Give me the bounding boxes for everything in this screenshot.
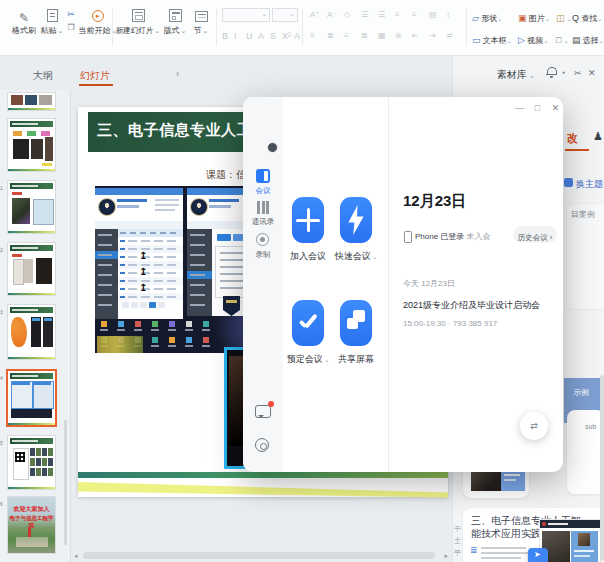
today-label: 今天 12月23日	[403, 278, 455, 289]
new-slide-button[interactable]: 新建幻灯片	[114, 6, 162, 36]
case-card[interactable]: 目案例	[566, 203, 604, 310]
format-painter-button[interactable]: ✎ 格式刷	[8, 6, 40, 36]
toolbar-glyph[interactable]: ▤	[429, 10, 437, 19]
toolbar-glyph[interactable]: ≓	[446, 31, 453, 40]
quick-meeting-button[interactable]	[340, 197, 372, 243]
toolbar-glyph[interactable]: ≣	[327, 31, 334, 40]
meeting-title[interactable]: 2021级专业介绍及毕业设计启动会	[403, 299, 540, 312]
slide-thumbnail[interactable]	[8, 119, 55, 171]
insert-选择-button[interactable]: ▤ 选择⌄	[572, 29, 604, 43]
thumbnail-scrollbar[interactable]	[64, 420, 67, 545]
pane-tab-fragment[interactable]: 改	[567, 131, 578, 146]
minimize-button[interactable]: —	[513, 102, 526, 115]
toolbar-glyph[interactable]: A⁻	[327, 10, 337, 19]
toolbar-glyph[interactable]: ☰	[378, 10, 385, 19]
slide-thumbnail[interactable]	[8, 305, 55, 359]
share-screen-button[interactable]	[340, 300, 372, 346]
library-dropdown[interactable]: 素材库 ⌄	[497, 68, 535, 82]
assistant-icon[interactable]: ♟	[593, 130, 603, 143]
help-icon[interactable]: ◔	[560, 68, 565, 78]
font-family-select[interactable]: ⌄	[222, 8, 270, 22]
toolbar-glyph[interactable]: ≡	[344, 31, 349, 40]
insert-视频-button[interactable]: ▷ 视频⌄	[518, 29, 548, 43]
toolbar-glyph[interactable]: ▦	[378, 31, 386, 40]
collapse-panel-button[interactable]: ‹	[176, 68, 179, 79]
section-button[interactable]: 节	[190, 6, 212, 36]
insert-more-button[interactable]: ◫ ⌄	[556, 7, 572, 21]
insert-查找-button[interactable]: Q 查找⌄	[572, 7, 602, 21]
paragraph-buttons-row2[interactable]: ≡≣≡≣▦≋⇤⇥≓	[310, 31, 466, 44]
meetings-nav-icon[interactable]	[256, 169, 270, 183]
toolbar-glyph[interactable]: ⇤	[412, 31, 419, 40]
toolbar-glyph[interactable]: X²	[282, 31, 291, 41]
nav-label-contacts[interactable]: 通讯录	[243, 217, 283, 227]
paragraph-buttons-row1[interactable]: A⁺A⁻◇☰☰≡≡▤↕	[310, 10, 466, 23]
settings-gear-icon[interactable]	[255, 438, 269, 452]
schedule-meeting-button[interactable]	[292, 300, 324, 346]
decor	[128, 288, 137, 290]
toolbar-glyph[interactable]: ≣	[361, 31, 368, 40]
toolbar-glyph[interactable]: ≋	[395, 31, 402, 40]
slide-bottom-bar	[78, 472, 448, 478]
slide-thumbnail-panel[interactable]: 123456欢迎大家加入电子与信息工程学院	[0, 90, 71, 562]
toolbar-glyph[interactable]: ≡	[395, 10, 400, 19]
join-meeting-button[interactable]	[292, 197, 324, 243]
tab-outline[interactable]: 大纲	[33, 69, 53, 83]
slide-thumbnail[interactable]	[8, 181, 55, 233]
insert-形状-button[interactable]: ▱ 形状⌄	[472, 7, 502, 21]
paste-button[interactable]: 粘贴	[40, 6, 64, 36]
horizontal-scrollbar[interactable]: ◂ ▸	[70, 550, 452, 562]
suggestion-card[interactable]: sub	[567, 410, 604, 494]
slide-thumbnail[interactable]	[8, 436, 55, 489]
nav-label-meetings[interactable]: 会议	[243, 186, 283, 196]
messages-icon[interactable]	[255, 405, 271, 418]
toolbar-glyph[interactable]: ≡	[412, 10, 417, 19]
toolbar-glyph[interactable]: U	[246, 31, 253, 41]
font-size-select[interactable]: ⌄	[272, 8, 298, 22]
insert-buttons-row2[interactable]: ▭ 文本框⌄▷ 视频⌄□ ⌄▤ 选择⌄	[472, 29, 602, 43]
slide-thumbnail[interactable]	[8, 243, 55, 295]
insert-buttons-row1[interactable]: ▱ 形状⌄▣ 图片⌄◫ ⌄Q 查找⌄	[472, 7, 602, 21]
toolbar-glyph[interactable]: ↕	[446, 10, 450, 19]
toolbar-glyph[interactable]: S	[270, 31, 276, 41]
pane-scrollbar[interactable]	[600, 375, 604, 561]
template-preview-image	[539, 519, 601, 562]
insert-图片-button[interactable]: ▣ 图片⌄	[518, 7, 550, 21]
toolbar-glyph[interactable]: A	[258, 31, 264, 41]
contacts-nav-icon[interactable]	[257, 201, 269, 214]
close-button[interactable]: ✕	[549, 102, 562, 115]
maximize-button[interactable]: □	[531, 102, 544, 115]
toolbar-glyph[interactable]: ⇥	[429, 31, 436, 40]
slide-thumbnail[interactable]	[8, 93, 55, 110]
cut-copy-buttons[interactable]: ✂ ❐	[64, 6, 78, 34]
apply-template-button[interactable]: ➤	[528, 548, 548, 562]
toolbar-glyph[interactable]: ≡	[310, 31, 315, 40]
font-style-buttons[interactable]: BIUASX²A	[222, 31, 306, 45]
decor	[187, 231, 212, 239]
history-meetings-button[interactable]: 历史会议 ›	[513, 226, 557, 243]
decor	[95, 301, 118, 309]
toolbar-glyph[interactable]: I	[234, 31, 237, 41]
copy-icon[interactable]: ❐	[64, 22, 78, 34]
insert-文本框-button[interactable]: ▭ 文本框⌄	[472, 29, 512, 43]
toolbar-glyph[interactable]: ◇	[344, 10, 350, 19]
meeting-float-button[interactable]: ⇄	[520, 412, 548, 440]
toolbar-glyph[interactable]: B	[222, 31, 228, 41]
tab-slides[interactable]: 幻灯片	[80, 69, 110, 83]
cut-icon[interactable]: ✂	[64, 6, 78, 22]
decor	[33, 381, 54, 409]
slide-thumbnail[interactable]	[8, 371, 55, 425]
bell-icon[interactable]	[546, 67, 558, 79]
decor	[12, 382, 30, 385]
decor	[154, 256, 163, 258]
slide-thumbnail[interactable]: 欢迎大家加入电子与信息工程学院	[8, 497, 55, 553]
insert-more-button[interactable]: □ ⌄	[556, 29, 569, 43]
toolbar-glyph[interactable]: A	[294, 31, 300, 41]
toolbar-glyph[interactable]: A⁺	[310, 10, 320, 19]
close-panel-icon[interactable]: ✕	[588, 68, 596, 78]
toolbar-glyph[interactable]: ☰	[361, 10, 368, 19]
pin-icon[interactable]: ✂	[574, 68, 582, 78]
theme-link[interactable]: 换主题	[576, 178, 603, 191]
recordings-nav-icon[interactable]	[256, 233, 269, 246]
layout-button[interactable]: 版式	[162, 6, 188, 36]
